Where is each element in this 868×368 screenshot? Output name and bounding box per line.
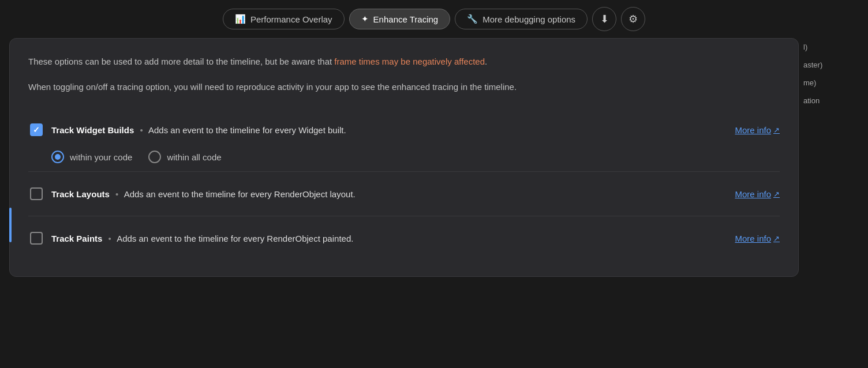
warning-suffix: . xyxy=(485,57,487,66)
sidebar-item-4: ation xyxy=(801,92,859,110)
separator-3: • xyxy=(108,234,111,243)
track-layouts-description: Adds an event to the timeline for every … xyxy=(124,189,356,199)
enhance-tracing-panel: These options can be used to add more de… xyxy=(9,38,799,277)
within-all-code-label: within all code xyxy=(167,152,221,162)
track-layouts-row: Track Layouts • Adds an event to the tim… xyxy=(28,178,780,210)
panel-warning: These options can be used to add more de… xyxy=(28,55,780,69)
main-container: These options can be used to add more de… xyxy=(0,38,868,277)
within-all-code-option[interactable]: within all code xyxy=(148,151,221,163)
track-widget-builds-title: Track Widget Builds xyxy=(51,125,134,135)
track-paints-checkbox[interactable] xyxy=(30,232,43,245)
track-layouts-checkbox-wrapper xyxy=(28,186,44,202)
settings-button[interactable]: ⚙ xyxy=(621,7,645,31)
track-widget-builds-more-info-label: More info xyxy=(735,125,771,135)
warning-highlight: frame times may be negatively affected xyxy=(334,57,485,66)
within-your-code-label: within your code xyxy=(70,152,132,162)
external-link-icon-2: ↗ xyxy=(773,190,780,198)
download-icon: ⬇ xyxy=(600,13,609,25)
track-layouts-label: Track Layouts • Adds an event to the tim… xyxy=(51,189,725,199)
enhance-tracing-button[interactable]: ✦ Enhance Tracing xyxy=(349,9,451,29)
track-widget-builds-checkbox[interactable] xyxy=(30,123,43,136)
sparkle-icon: ✦ xyxy=(361,14,369,24)
within-all-code-radio[interactable] xyxy=(148,151,161,163)
right-sidebar: l) aster) me) ation xyxy=(801,38,859,277)
bar-chart-icon: 📊 xyxy=(235,14,246,24)
track-paints-label: Track Paints • Adds an event to the time… xyxy=(51,234,725,243)
track-paints-checkbox-wrapper xyxy=(28,230,44,246)
blue-indicator xyxy=(9,208,12,242)
track-widget-builds-description: Adds an event to the timeline for every … xyxy=(148,125,346,135)
track-layouts-block: Track Layouts • Adds an event to the tim… xyxy=(28,171,780,216)
track-paints-block: Track Paints • Adds an event to the time… xyxy=(28,216,780,260)
sidebar-item-3: me) xyxy=(801,74,859,92)
more-debugging-button[interactable]: 🔧 More debugging options xyxy=(455,9,588,29)
enhance-tracing-label: Enhance Tracing xyxy=(373,14,439,24)
within-your-code-option[interactable]: within your code xyxy=(51,151,132,163)
options-section: Track Widget Builds • Adds an event to t… xyxy=(28,108,780,260)
performance-overlay-button[interactable]: 📊 Performance Overlay xyxy=(223,9,345,29)
track-paints-title: Track Paints xyxy=(51,234,102,243)
performance-overlay-label: Performance Overlay xyxy=(250,14,332,24)
sidebar-item-2: aster) xyxy=(801,56,859,74)
track-paints-description: Adds an event to the timeline for every … xyxy=(117,234,353,243)
track-layouts-more-info-label: More info xyxy=(735,189,771,199)
sidebar-item-1: l) xyxy=(801,38,859,56)
widget-builds-radio-group: within your code within all code xyxy=(28,146,780,166)
within-your-code-radio[interactable] xyxy=(51,151,64,163)
track-widget-builds-more-info[interactable]: More info ↗ xyxy=(735,125,780,135)
separator-1: • xyxy=(140,125,143,135)
download-button[interactable]: ⬇ xyxy=(592,7,616,31)
wrench-icon: 🔧 xyxy=(467,14,478,24)
gear-icon: ⚙ xyxy=(628,13,638,25)
external-link-icon-1: ↗ xyxy=(773,126,780,134)
track-paints-more-info[interactable]: More info ↗ xyxy=(735,234,780,243)
track-widget-builds-checkbox-wrapper xyxy=(28,122,44,138)
panel-secondary-description: When toggling on/off a tracing option, y… xyxy=(28,80,780,94)
track-paints-row: Track Paints • Adds an event to the time… xyxy=(28,222,780,254)
more-debugging-label: More debugging options xyxy=(482,14,575,24)
track-paints-more-info-label: More info xyxy=(735,234,771,243)
track-layouts-checkbox[interactable] xyxy=(30,187,43,200)
track-widget-builds-row: Track Widget Builds • Adds an event to t… xyxy=(28,114,780,146)
track-layouts-more-info[interactable]: More info ↗ xyxy=(735,189,780,199)
track-widget-builds-label: Track Widget Builds • Adds an event to t… xyxy=(51,125,725,135)
track-layouts-title: Track Layouts xyxy=(51,189,110,199)
separator-2: • xyxy=(115,189,118,199)
external-link-icon-3: ↗ xyxy=(773,234,780,243)
warning-prefix: These options can be used to add more de… xyxy=(28,57,334,66)
track-widget-builds-block: Track Widget Builds • Adds an event to t… xyxy=(28,108,780,171)
toolbar: 📊 Performance Overlay ✦ Enhance Tracing … xyxy=(0,0,868,38)
